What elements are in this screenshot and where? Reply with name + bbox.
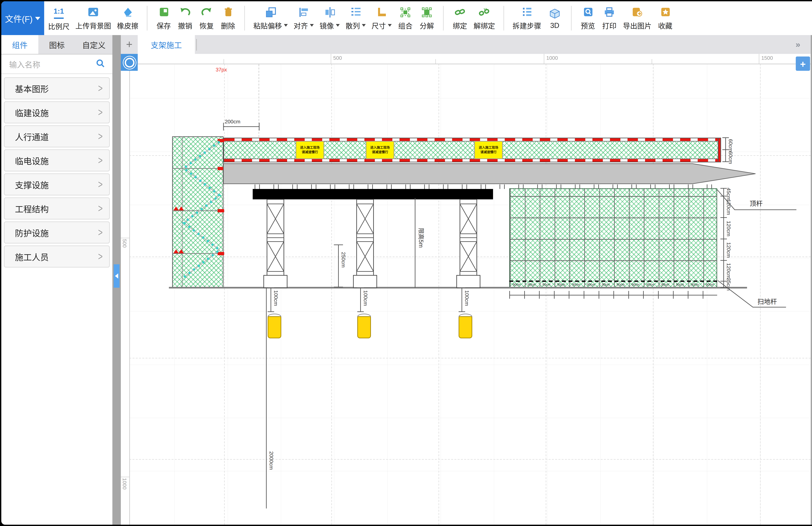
caret-down-icon: [284, 24, 288, 26]
ungroup-icon: [422, 6, 432, 18]
component-sidebar: 组件 图标 自定义 输入名称 基本图形> 临建设施> 人行通道> 临电设施> 支…: [1, 35, 112, 525]
toolbar-eraser-button[interactable]: 橡皮擦: [117, 6, 139, 30]
printer-icon: [604, 6, 614, 18]
mirror-icon: [324, 6, 335, 18]
top-rod-leader: [717, 190, 796, 210]
scatter-list-icon: [350, 6, 361, 18]
chevron-right-icon: >: [98, 82, 103, 94]
target-circle-icon: [125, 57, 134, 67]
eraser-icon: [123, 6, 132, 18]
chevron-right-icon: >: [98, 178, 103, 191]
file-menu-button[interactable]: 文件(F): [1, 1, 44, 35]
toolbar-favorite-button[interactable]: 收藏: [657, 6, 673, 30]
warning-sign[interactable]: 进入施工现场请减速慢行: [295, 141, 324, 159]
chevron-right-icon: >: [98, 226, 103, 239]
image-icon: [88, 6, 99, 18]
toolbar-undo-button[interactable]: 撤销: [177, 6, 193, 30]
drawing-linework: [121, 54, 811, 525]
add-tab-button[interactable]: +: [121, 35, 138, 54]
dim-250: [334, 245, 343, 287]
toolbar-mirror-button[interactable]: 镜像: [320, 6, 340, 30]
toolbar-align-button[interactable]: 对齐: [294, 6, 314, 30]
toolbar-scale-button[interactable]: 1:1 比例尺: [48, 5, 70, 31]
toolbar-save-button[interactable]: 保存: [156, 6, 172, 30]
chevron-right-icon: >: [98, 154, 103, 167]
search-input[interactable]: 输入名称: [9, 58, 92, 70]
fit-to-screen-button[interactable]: +: [796, 57, 810, 71]
chevron-right-icon: >: [98, 106, 103, 119]
document-tabstrip: + 支架施工 »: [121, 35, 811, 55]
dim-60: [722, 138, 729, 162]
sidebar-item-basic-shapes[interactable]: 基本图形>: [4, 77, 110, 99]
column-footing: [264, 275, 480, 288]
undo-icon: [180, 6, 190, 18]
triangle-left-icon: [115, 273, 118, 279]
toolbar-export-image-button[interactable]: 导出图片: [623, 6, 652, 30]
caret-down-icon: [35, 17, 41, 20]
sidebar-search[interactable]: 输入名称: [1, 55, 112, 74]
align-icon: [299, 6, 308, 18]
sidebar-item-protection[interactable]: 防护设施>: [4, 221, 110, 244]
warning-sign[interactable]: 进入施工现场请减速慢行: [474, 141, 503, 159]
chevron-right-icon: >: [98, 202, 103, 215]
toolbar-scatter-button[interactable]: 散列: [346, 6, 366, 30]
caret-down-icon: [336, 24, 340, 26]
collapse-tabs-icon[interactable]: »: [796, 40, 799, 49]
chevron-right-icon: >: [98, 250, 103, 263]
tab-zhijiashigong[interactable]: 支架施工: [138, 35, 195, 54]
toolbar-redo-button[interactable]: 恢复: [199, 6, 214, 30]
link-icon: [454, 6, 465, 18]
magnifier-icon: [583, 6, 593, 18]
sidebar-item-temp-power[interactable]: 临电设施>: [4, 149, 110, 172]
trash-icon: [224, 6, 232, 18]
export-image-icon: [632, 6, 642, 18]
toolbar-3d-button[interactable]: 3D: [547, 8, 563, 29]
toolbar-delete-button[interactable]: 删除: [220, 6, 236, 30]
toolbar-ungroup-button[interactable]: 分解: [419, 6, 435, 30]
caret-down-icon: [362, 24, 366, 26]
sidebar-item-workers[interactable]: 施工人员>: [4, 246, 110, 267]
toolbar-print-button[interactable]: 打印: [601, 6, 617, 30]
redo-icon: [201, 6, 212, 18]
drawing-canvas[interactable]: 37px 500 1000 1500 500 1000 +: [121, 54, 811, 525]
caret-down-icon: [388, 24, 392, 26]
sidebar-item-walkway[interactable]: 人行通道>: [4, 125, 110, 147]
toolbar-size-button[interactable]: 尺寸: [372, 6, 392, 30]
group-icon: [400, 6, 410, 18]
scale-1to1-icon: 1:1: [54, 5, 64, 18]
star-icon: [660, 6, 670, 18]
sweep-rod-leader: [718, 280, 786, 307]
ruler-icon: [377, 6, 387, 18]
toolbar: 文件(F) 1:1 比例尺 上传背景图 橡皮擦 保存 撤销: [1, 1, 812, 36]
bridge-deck[interactable]: [223, 164, 755, 184]
warning-sign[interactable]: 进入施工现场请减速慢行: [366, 141, 394, 159]
search-icon[interactable]: [96, 58, 105, 70]
sidebar-item-structure[interactable]: 工程结构>: [4, 198, 110, 219]
toolbar-paste-offset-button[interactable]: 粘贴偏移: [253, 6, 288, 30]
sidebar-item-support[interactable]: 支撑设施>: [4, 173, 110, 195]
app-window: 文件(F) 1:1 比例尺 上传背景图 橡皮擦 保存 撤销: [1, 1, 812, 525]
origin-button[interactable]: [121, 54, 138, 71]
toolbar-unbind-button[interactable]: 解绑定: [474, 6, 495, 30]
sidebar-item-temp-facilities[interactable]: 临建设施>: [4, 101, 110, 123]
toolbar-bind-button[interactable]: 绑定: [452, 6, 468, 30]
left-splitter[interactable]: [112, 35, 121, 525]
dim-200: [223, 123, 259, 131]
chevron-right-icon: >: [98, 130, 103, 143]
toolbar-preview-button[interactable]: 预览: [580, 6, 596, 30]
toolbar-group-button[interactable]: 组合: [397, 6, 413, 30]
sidebar-tab-custom[interactable]: 自定义: [75, 35, 112, 54]
sidebar-tab-components[interactable]: 组件: [1, 35, 38, 54]
steps-list-icon: [522, 6, 532, 18]
collapse-left-handle[interactable]: [114, 264, 119, 288]
dim-100: [267, 288, 465, 312]
file-menu-label: 文件(F): [5, 12, 33, 24]
cube-3d-icon: [550, 8, 560, 19]
toolbar-upload-bg-button[interactable]: 上传背景图: [75, 6, 111, 30]
dim-chain-right: [721, 188, 727, 288]
canvas-region: + 支架施工 » 37px 500 1000: [121, 35, 811, 525]
sidebar-tab-icons[interactable]: 图标: [38, 35, 75, 54]
caret-down-icon: [310, 24, 314, 26]
toolbar-build-steps-button[interactable]: 拆建步骤: [512, 6, 541, 30]
right-splitter[interactable]: [811, 35, 812, 525]
